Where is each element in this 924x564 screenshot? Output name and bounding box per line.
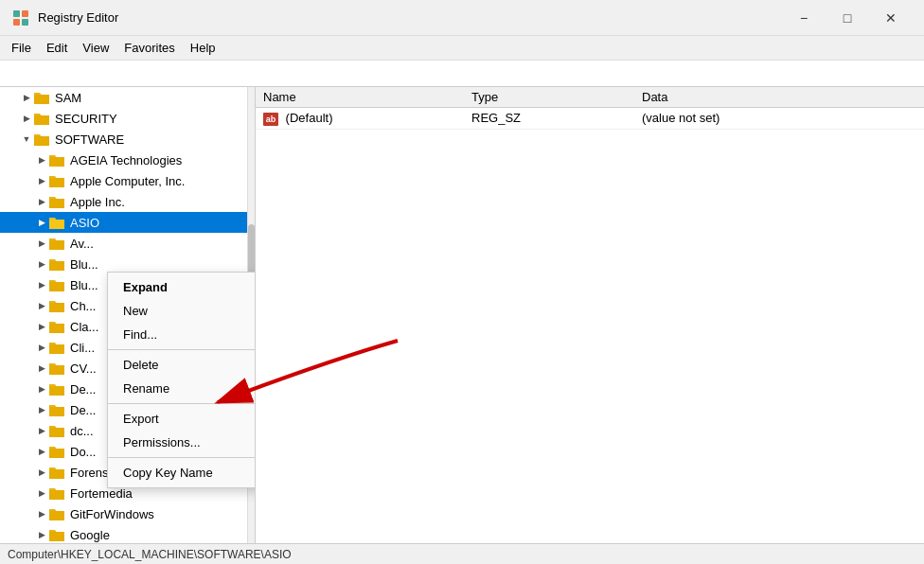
tree-label-sam: SAM: [55, 91, 81, 105]
folder-icon-ch: [49, 298, 66, 313]
toggle-de2: [34, 402, 49, 417]
toggle-google: [34, 527, 49, 542]
main-content: SAM SECURITY SOFTWARE: [0, 87, 924, 543]
tree-item-security[interactable]: SECURITY: [0, 108, 255, 129]
tree-item-apple-inc[interactable]: Apple Inc.: [0, 191, 255, 212]
folder-icon-bl1: [49, 256, 66, 272]
folder-icon-bl2: [49, 277, 66, 292]
title-bar: Registry Editor − □ ✕: [0, 0, 924, 36]
svg-rect-1: [22, 10, 28, 17]
toggle-security: [19, 111, 34, 126]
tree-label-asio: ASIO: [70, 216, 99, 230]
folder-icon-cv: [49, 361, 66, 376]
window-title: Registry Editor: [38, 10, 782, 25]
ctx-export[interactable]: Export: [108, 407, 256, 431]
tree-item-google[interactable]: Google: [0, 524, 255, 543]
folder-icon-de2: [49, 402, 66, 417]
folder-icon-cla: [49, 319, 66, 334]
ctx-separator-2: [108, 403, 256, 404]
tree-item-av[interactable]: Av...: [0, 233, 255, 254]
close-button[interactable]: ✕: [869, 0, 913, 36]
tree-label-bl1: Blu...: [70, 257, 98, 272]
folder-icon-forensit: [49, 465, 66, 480]
folder-icon-security: [34, 111, 51, 126]
menu-help[interactable]: Help: [183, 39, 223, 57]
tree-label-de1: De...: [70, 382, 96, 397]
right-panel: Name Type Data ab (Default) REG_SZ (valu…: [256, 87, 924, 543]
tree-item-ageia[interactable]: AGEIA Technologies: [0, 150, 255, 170]
tree-item-software[interactable]: SOFTWARE: [0, 129, 255, 150]
ctx-find[interactable]: Find...: [108, 323, 256, 346]
toggle-software: [19, 132, 34, 147]
toggle-sam: [19, 90, 34, 105]
tree-label-cli: Cli...: [70, 341, 95, 355]
tree-label-gitforwindows: GitForWindows: [70, 507, 154, 521]
tree-label-bl2: Blu...: [70, 278, 98, 292]
folder-icon-apple-computer: [49, 173, 66, 188]
tree-label-cv: CV...: [70, 361, 97, 376]
ctx-copy-key-name[interactable]: Copy Key Name: [108, 461, 256, 485]
cell-name: ab (Default): [256, 108, 464, 130]
cell-type: REG_SZ: [464, 108, 634, 130]
folder-icon-apple-inc: [49, 194, 66, 209]
context-menu: Expand New ▶ Find... Delete Rename Expor…: [107, 272, 256, 488]
ctx-permissions-label: Permissions...: [123, 435, 201, 449]
tree-label-dc: dc...: [70, 424, 94, 438]
col-name[interactable]: Name: [256, 87, 464, 108]
table-row[interactable]: ab (Default) REG_SZ (value not set): [256, 108, 924, 130]
tree-label-do: Do...: [70, 445, 96, 459]
tree-label-ch: Ch...: [70, 299, 96, 313]
folder-icon-cli: [49, 340, 66, 355]
tree-item-asio[interactable]: ASIO: [0, 212, 255, 233]
address-bar: Computer\HKEY_LOCAL_MACHINE\SOFTWARE\ASI…: [0, 61, 924, 87]
tree-label-software: SOFTWARE: [55, 132, 124, 147]
ctx-separator-1: [108, 349, 256, 350]
ctx-expand[interactable]: Expand: [108, 275, 256, 299]
folder-icon-dc: [49, 423, 66, 438]
ctx-expand-label: Expand: [123, 280, 168, 294]
tree-label-google: Google: [70, 528, 110, 542]
ctx-find-label: Find...: [123, 327, 157, 342]
maximize-button[interactable]: □: [826, 0, 869, 36]
toggle-cla: [34, 319, 49, 334]
col-data[interactable]: Data: [634, 87, 924, 108]
folder-icon-google: [49, 527, 66, 542]
ctx-delete-label: Delete: [123, 358, 159, 372]
tree-panel: SAM SECURITY SOFTWARE: [0, 87, 256, 543]
address-input[interactable]: Computer\HKEY_LOCAL_MACHINE\SOFTWARE\ASI…: [8, 66, 916, 80]
tree-label-apple-computer: Apple Computer, Inc.: [70, 174, 185, 188]
toggle-do: [34, 444, 49, 459]
toggle-fortemedia: [34, 485, 49, 501]
toggle-av: [34, 236, 49, 251]
toggle-gitforwindows: [34, 506, 49, 521]
col-type[interactable]: Type: [464, 87, 634, 108]
ctx-delete[interactable]: Delete: [108, 353, 256, 377]
ctx-new-label: New: [123, 304, 148, 318]
minimize-button[interactable]: −: [782, 0, 826, 36]
toggle-cli: [34, 340, 49, 355]
tree-label-av: Av...: [70, 237, 94, 251]
ctx-permissions[interactable]: Permissions...: [108, 431, 256, 454]
menu-favorites[interactable]: Favorites: [116, 39, 182, 57]
menu-file[interactable]: File: [4, 39, 39, 57]
toggle-apple-inc: [34, 194, 49, 209]
toggle-dc: [34, 423, 49, 438]
ctx-rename[interactable]: Rename: [108, 377, 256, 400]
toggle-apple-computer: [34, 173, 49, 188]
toggle-ch: [34, 298, 49, 313]
menu-view[interactable]: View: [75, 39, 116, 57]
ctx-rename-label: Rename: [123, 381, 169, 396]
tree-item-apple-computer[interactable]: Apple Computer, Inc.: [0, 170, 255, 191]
status-text: Computer\HKEY_LOCAL_MACHINE\SOFTWARE\ASI…: [8, 548, 292, 561]
svg-rect-2: [13, 19, 20, 26]
tree-label-de2: De...: [70, 403, 96, 417]
folder-icon-asio: [49, 215, 66, 230]
toggle-ageia: [34, 152, 49, 167]
toggle-forensit: [34, 465, 49, 480]
ctx-new[interactable]: New ▶: [108, 299, 256, 323]
tree-item-gitforwindows[interactable]: GitForWindows: [0, 503, 255, 524]
menu-edit[interactable]: Edit: [39, 39, 75, 57]
ctx-separator-3: [108, 457, 256, 458]
folder-icon-de1: [49, 381, 66, 397]
tree-item-sam[interactable]: SAM: [0, 87, 255, 108]
